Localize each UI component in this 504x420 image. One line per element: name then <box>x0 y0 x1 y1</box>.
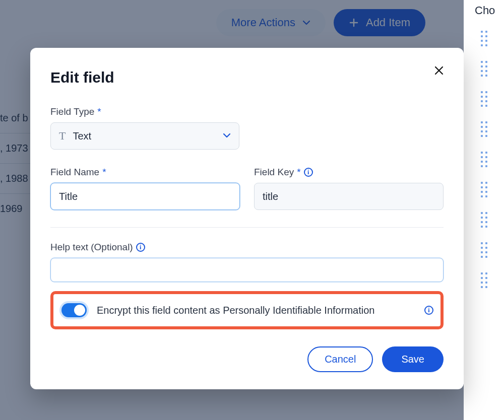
text-type-icon: T <box>59 129 66 143</box>
field-name-label-row: Field Name * <box>50 167 240 178</box>
right-panel: Cho <box>464 0 504 420</box>
info-icon[interactable]: i <box>304 168 313 177</box>
field-type-value: Text <box>73 130 91 142</box>
field-name-group: Field Name * <box>50 167 240 210</box>
help-text-input[interactable] <box>50 258 444 282</box>
right-panel-title: Cho <box>464 0 504 17</box>
encrypt-label: Encrypt this field content as Personally… <box>97 305 414 316</box>
modal-footer: Cancel Save <box>50 346 444 372</box>
help-text-label-row: Help text (Optional) i <box>50 242 444 253</box>
required-star-icon: * <box>297 167 300 178</box>
drag-handle-icon[interactable] <box>478 29 490 47</box>
save-button[interactable]: Save <box>382 346 444 372</box>
drag-handle-icon[interactable] <box>478 59 490 78</box>
name-key-row: Field Name * Field Key * i <box>50 167 444 210</box>
field-type-group: Field Type * T Text <box>50 106 444 150</box>
required-star-icon: * <box>102 167 106 178</box>
toggle-knob <box>74 305 85 316</box>
field-name-input[interactable] <box>50 183 240 210</box>
info-icon[interactable]: i <box>424 306 433 315</box>
field-type-label-row: Field Type * <box>50 106 444 117</box>
required-star-icon: * <box>97 106 101 117</box>
field-type-select[interactable]: T Text <box>50 122 239 150</box>
help-text-group: Help text (Optional) i <box>50 242 444 282</box>
modal-title: Edit field <box>50 69 444 86</box>
help-text-label: Help text (Optional) <box>50 242 133 253</box>
info-icon[interactable]: i <box>136 243 145 252</box>
drag-handle-icon[interactable] <box>478 180 490 198</box>
drag-handle-icon[interactable] <box>478 211 490 229</box>
drag-handle-icon[interactable] <box>478 150 490 168</box>
field-key-label: Field Key <box>254 167 294 178</box>
chevron-down-icon <box>223 130 231 142</box>
drag-handle-icon[interactable] <box>478 241 490 259</box>
encrypt-toggle[interactable] <box>61 303 87 317</box>
cancel-button[interactable]: Cancel <box>307 346 373 372</box>
drag-handle-icon[interactable] <box>478 271 490 289</box>
drag-handle-icon[interactable] <box>478 120 490 138</box>
drag-handle-icon[interactable] <box>478 90 490 108</box>
divider <box>50 227 444 228</box>
field-key-group: Field Key * i <box>254 167 444 210</box>
field-name-label: Field Name <box>50 167 99 178</box>
close-button[interactable] <box>431 63 447 78</box>
encrypt-highlight-box: Encrypt this field content as Personally… <box>50 291 444 329</box>
field-key-label-row: Field Key * i <box>254 167 444 178</box>
close-icon <box>434 65 444 76</box>
edit-field-modal: Edit field Field Type * T Text Field Nam… <box>30 48 464 389</box>
field-type-label: Field Type <box>50 106 94 117</box>
field-key-input[interactable] <box>254 183 444 210</box>
